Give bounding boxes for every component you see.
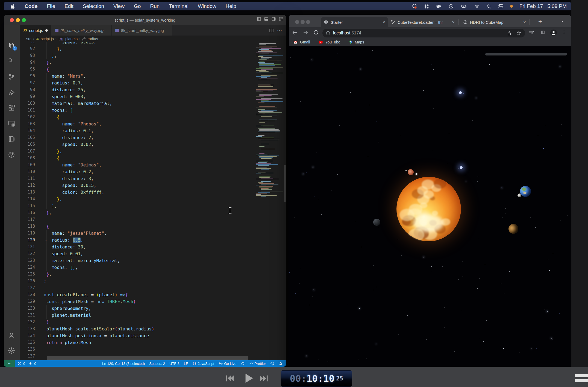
profile-avatar[interactable] [550,29,557,36]
vscode-title-bar[interactable]: script.js — solar_system_working [4,15,286,25]
menu-item-go[interactable]: Go [134,3,141,9]
kebab-menu-icon[interactable] [561,30,566,35]
menu-item-view[interactable]: View [113,3,125,9]
bookmark-star-icon[interactable] [516,31,521,36]
status-item-utf-8[interactable]: UTF-8 [169,362,180,366]
breadcrumb-item-src[interactable]: src [26,37,31,41]
previous-frame-button[interactable] [225,373,235,383]
zoom-button[interactable] [22,18,26,22]
breadcrumb-item-radius[interactable]: radius [87,37,98,41]
apple-icon[interactable] [10,4,15,9]
close-button[interactable] [10,18,14,22]
zoom-button[interactable] [306,20,310,24]
share-icon[interactable] [507,31,511,36]
bookmark-gmail[interactable]: Gmail [293,40,310,44]
account-icon[interactable] [8,332,15,339]
sidebar-square-icon[interactable] [540,30,545,35]
media-controls-icon[interactable] [529,30,534,35]
code-line[interactable]: 107}, [20,148,286,155]
back-icon[interactable] [292,30,298,36]
source-control-icon[interactable] [8,73,15,80]
tab-close-icon[interactable]: × [523,20,526,25]
menu-item-selection[interactable]: Selection [83,3,104,9]
minimize-button[interactable] [301,20,305,24]
code-line[interactable]: 99speed: 0.003, [20,93,286,100]
code-line[interactable]: 115], [20,203,286,209]
code-line[interactable]: 104radius: 0.1, [20,127,286,134]
status-item[interactable] [270,362,274,366]
code-line[interactable]: 92}, [20,45,286,52]
play-circle-icon[interactable] [448,4,454,9]
remote-indicator[interactable]: >< [4,360,15,367]
code-line[interactable]: 127 [20,285,286,291]
code-line[interactable]: 91speed: 0.015, [20,42,286,45]
panel-bottom-icon[interactable] [264,17,269,21]
code-line[interactable]: 123material: mercuryMaterial, [20,257,286,264]
reload-icon[interactable] [313,30,319,35]
code-line[interactable]: 100material: marsMaterial, [20,100,286,107]
code-line[interactable]: 122speed: 0.01, [20,250,286,257]
tab-search-chevron-icon[interactable]: ⌄ [561,18,564,23]
browser-viewport[interactable] [289,46,571,367]
scene-top-scrollbar[interactable] [485,53,567,55]
layout-icon[interactable] [279,17,283,21]
control-center-icon[interactable] [498,4,504,9]
menu-item-run[interactable]: Run [150,3,160,9]
code-line[interactable]: 96name: "Mars", [20,73,286,80]
split-editor-icon[interactable] [269,28,274,33]
browser-tab-1[interactable]: Starter× [321,17,388,27]
code-line[interactable]: 111distance: 3, [20,175,286,182]
menu-item-file[interactable]: File [47,3,55,9]
tab-8k_stars_milky_way.jpg[interactable]: 8k_stars_milky_way.jpg× [112,25,172,36]
bookmark-youtube[interactable]: YouTube [318,40,340,44]
menu-item-terminal[interactable]: Terminal [169,3,189,9]
menu-clock[interactable]: Fri Feb 17 5:09 PM [519,3,567,9]
status-item[interactable] [241,362,245,366]
sidebar-square-icon[interactable] [540,30,545,35]
files-icon[interactable]: 1 [8,42,15,49]
bookmark-star-icon[interactable] [516,31,521,36]
status-item-spaces-2[interactable]: Spaces: 2 [149,362,165,366]
code-line[interactable]: 102{ [20,114,286,121]
code-line[interactable]: 108{ [20,155,286,162]
code-line[interactable]: 116}, [20,209,286,216]
code-line[interactable]: 134planetMesh.position.x = planet.distan… [20,332,286,339]
close-button[interactable] [295,20,299,24]
kebab-menu-icon[interactable] [561,30,566,35]
back-icon[interactable] [292,30,298,36]
address-bar[interactable]: localhost:5174 [322,29,525,37]
minimap[interactable] [255,42,283,209]
url-text[interactable]: localhost:5174 [333,31,361,36]
new-tab-button[interactable]: + [536,17,545,25]
share-icon[interactable] [507,31,511,36]
site-info-icon[interactable] [326,31,330,36]
apple-icon[interactable] [10,4,15,9]
status-item[interactable] [279,362,283,366]
code-line[interactable]: 119name: "jesse'Planet", [20,230,286,237]
tab-script.js[interactable]: JSscript.js [20,25,51,36]
code-line[interactable]: 106speed: 0.02, [20,141,286,148]
more-actions-icon[interactable]: ··· [277,28,282,33]
player-handle-bar[interactable] [575,379,588,382]
code-editor[interactable]: 91speed: 0.015,92},93],94},95{96name: "M… [20,42,286,360]
extensions-icon[interactable] [8,104,15,112]
browser-tab-2[interactable]: CubeTextureLoader – three× [388,17,457,27]
menu-item-edit[interactable]: Edit [64,3,74,9]
menu-item-window[interactable]: Window [198,3,216,9]
code-line[interactable]: 95{ [20,66,286,73]
code-line[interactable]: 133planetMesh.scale.setScalar(planet.rad… [20,326,286,332]
code-line[interactable]: 125}, [20,271,286,278]
code-line[interactable]: 120'radius: 0.5, [20,237,286,244]
code-line[interactable]: 112speed: 0.015, [20,182,286,189]
status-item-lf[interactable]: LF [184,362,188,366]
forward-icon[interactable] [303,30,309,36]
remote-explorer-icon[interactable] [8,120,15,127]
breadcrumb-item-script.js[interactable]: script.js [41,37,54,41]
window-tiles-icon[interactable] [424,4,429,9]
minimize-button[interactable] [16,18,20,22]
panel-right-icon[interactable] [271,17,276,21]
status-item-ln-120-col-13-3-selected-[interactable]: Ln 120, Col 13 (3 selected) [102,362,145,366]
status-item-go-live[interactable]: Go Live [219,362,236,366]
panel-left-icon[interactable] [257,17,261,21]
code-line[interactable]: 117 [20,216,286,223]
